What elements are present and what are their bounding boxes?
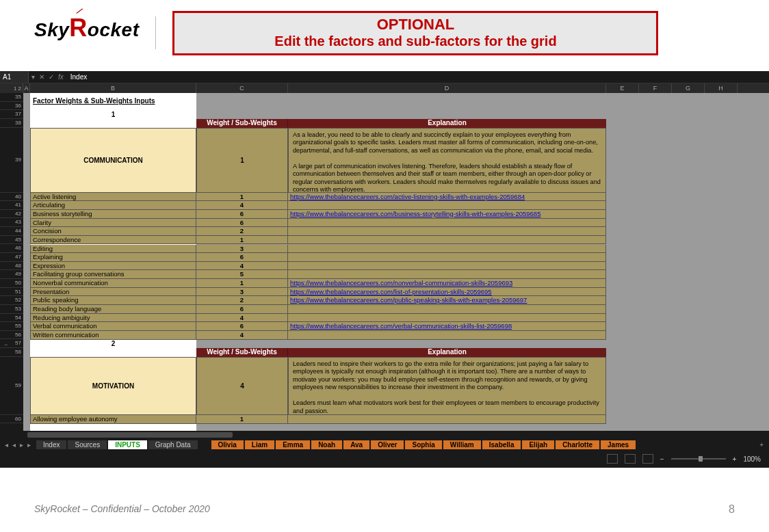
sheet-tab[interactable]: James bbox=[601, 440, 636, 449]
col-header-G[interactable]: G bbox=[672, 83, 705, 93]
outline-collapse-icon[interactable]: − bbox=[4, 341, 11, 347]
table-row[interactable]: Articulating4 bbox=[30, 201, 606, 210]
row-header[interactable]: 35 bbox=[0, 93, 23, 102]
zoom-out-icon[interactable]: − bbox=[660, 455, 664, 463]
factor-name[interactable]: COMMUNICATION bbox=[30, 128, 196, 193]
sheet-tab[interactable]: Graph Data bbox=[148, 440, 198, 449]
row-header[interactable]: 45 bbox=[0, 236, 23, 245]
table-row[interactable]: Active listening1https://www.thebalancec… bbox=[30, 193, 606, 202]
table-row[interactable]: Reducing ambiguity4 bbox=[30, 314, 606, 323]
tab-prev-icon[interactable]: ◂ bbox=[10, 441, 18, 449]
table-row[interactable]: Business storytelling6https://www.thebal… bbox=[30, 210, 606, 219]
col-header-D[interactable]: D bbox=[288, 83, 606, 93]
name-box[interactable]: A1 bbox=[0, 71, 29, 83]
row-header[interactable]: 42 bbox=[0, 210, 23, 219]
table-row[interactable]: Clarity6 bbox=[30, 219, 606, 228]
table-row[interactable]: Verbal communication6https://www.thebala… bbox=[30, 322, 606, 331]
row-header[interactable]: 37 bbox=[0, 110, 23, 119]
col-header-C[interactable]: C bbox=[196, 83, 288, 93]
table-row[interactable]: Facilitating group conversations5 bbox=[30, 270, 606, 279]
fx-cancel-icon[interactable]: ✕ bbox=[39, 73, 44, 81]
table-row[interactable]: Written communication4 bbox=[30, 331, 606, 340]
table-row[interactable]: Nonverbal communication1https://www.theb… bbox=[30, 279, 606, 288]
table-row[interactable]: Expression4 bbox=[30, 262, 606, 271]
zoom-level[interactable]: 100% bbox=[743, 455, 761, 463]
sheet-tab[interactable]: William bbox=[443, 440, 481, 449]
tab-last-icon[interactable]: ▸ bbox=[25, 441, 33, 449]
row-header[interactable]: 51 bbox=[0, 288, 23, 297]
row-header[interactable]: 41 bbox=[0, 201, 23, 210]
tab-next-icon[interactable]: ▸ bbox=[18, 441, 25, 449]
add-sheet-icon[interactable]: + bbox=[754, 441, 769, 449]
table-row[interactable]: Correspondence1 bbox=[30, 236, 606, 245]
view-layout-icon[interactable] bbox=[625, 454, 636, 464]
factor-weight[interactable]: 1 bbox=[196, 128, 288, 193]
fx-dropdown-icon[interactable]: ▾ bbox=[31, 73, 35, 81]
sheet-tab[interactable]: Charlotte bbox=[556, 440, 599, 449]
table-row[interactable]: Presentation3https://www.thebalancecaree… bbox=[30, 288, 606, 297]
col-header-E[interactable]: E bbox=[606, 83, 639, 93]
sheet-tab[interactable]: Olivia bbox=[211, 440, 244, 449]
factor-weight[interactable]: 4 bbox=[196, 357, 288, 415]
sheet-tab[interactable]: Ava bbox=[343, 440, 369, 449]
fx-confirm-icon[interactable]: ✓ bbox=[49, 73, 54, 81]
corner-cell[interactable]: 1 2 bbox=[0, 83, 23, 93]
factor-name[interactable]: MOTIVATION bbox=[30, 357, 196, 415]
formula-bar[interactable]: A1 ▾ ✕ ✓ fx Index bbox=[0, 71, 769, 83]
row-header[interactable]: 47 bbox=[0, 253, 23, 262]
row-header[interactable]: 55 bbox=[0, 322, 23, 331]
fx-icon[interactable]: fx bbox=[58, 73, 64, 81]
table-row[interactable]: Allowing employee autonomy1 bbox=[30, 415, 606, 424]
title-banner: OPTIONAL Edit the factors and sub-factor… bbox=[172, 11, 658, 55]
row-header[interactable]: 38 bbox=[0, 119, 23, 128]
factor-explanation[interactable]: As a leader, you need to be able to clea… bbox=[288, 128, 606, 193]
table-row[interactable]: Public speaking2https://www.thebalanceca… bbox=[30, 296, 606, 305]
table-row[interactable]: Explaining6 bbox=[30, 253, 606, 262]
view-normal-icon[interactable] bbox=[607, 454, 618, 464]
sheet-tab[interactable]: Index bbox=[36, 440, 66, 449]
zoom-in-icon[interactable]: + bbox=[733, 455, 737, 463]
row-header[interactable]: 54 bbox=[0, 314, 23, 323]
row-header[interactable]: 39 bbox=[0, 128, 23, 193]
row-header[interactable]: 49 bbox=[0, 270, 23, 279]
table-row[interactable]: Reading body language6 bbox=[30, 305, 606, 314]
sheet-tab[interactable]: Isabella bbox=[482, 440, 521, 449]
row-header[interactable]: 58 bbox=[0, 348, 23, 357]
sheet-tab[interactable]: Sophia bbox=[405, 440, 441, 449]
view-break-icon[interactable] bbox=[642, 454, 653, 464]
col-header-F[interactable]: F bbox=[639, 83, 672, 93]
row-header[interactable]: 50 bbox=[0, 279, 23, 288]
row-header[interactable]: 40 bbox=[0, 193, 23, 202]
row-header[interactable]: 59 bbox=[0, 357, 23, 415]
col-header-B[interactable]: B bbox=[30, 83, 196, 93]
horizontal-scrollbar[interactable] bbox=[0, 431, 769, 439]
row-header[interactable]: 46 bbox=[0, 244, 23, 253]
spreadsheet-cells[interactable]: Factor Weights & Sub-Weights Inputs 1Wei… bbox=[23, 93, 769, 439]
row-header[interactable]: 53 bbox=[0, 305, 23, 314]
sheet-tab[interactable]: Oliver bbox=[371, 440, 404, 449]
row-header[interactable]: 36 bbox=[0, 102, 23, 111]
table-row[interactable]: Editing3 bbox=[30, 245, 606, 254]
sheet-tab[interactable]: Elijah bbox=[522, 440, 554, 449]
row-header[interactable]: 56 bbox=[0, 331, 23, 340]
tab-nav-arrows[interactable]: ◂ ◂ ▸ ▸ bbox=[0, 441, 36, 449]
zoom-slider[interactable] bbox=[671, 458, 726, 460]
scroll-thumb[interactable] bbox=[27, 432, 233, 438]
row-header[interactable]: 52 bbox=[0, 296, 23, 305]
row-header[interactable]: 48 bbox=[0, 262, 23, 271]
col-header-A[interactable]: A bbox=[23, 83, 30, 93]
sheet-tab[interactable]: INPUTS bbox=[108, 440, 147, 449]
factor-explanation[interactable]: Leaders need to inspire their workers to… bbox=[288, 357, 606, 415]
sheet-tab[interactable]: Liam bbox=[245, 440, 274, 449]
row-header[interactable]: 43 bbox=[0, 218, 23, 227]
tab-first-icon[interactable]: ◂ bbox=[3, 441, 10, 449]
row-header[interactable]: 60 bbox=[0, 415, 23, 424]
row-header[interactable]: 44 bbox=[0, 227, 23, 236]
table-row[interactable]: Concision2 bbox=[30, 227, 606, 236]
page-number: 8 bbox=[729, 503, 735, 516]
sheet-tab[interactable]: Noah bbox=[311, 440, 342, 449]
sheet-tab[interactable]: Emma bbox=[276, 440, 310, 449]
sheet-tab[interactable]: Sources bbox=[68, 440, 107, 449]
formula-input[interactable]: Index bbox=[66, 73, 91, 81]
col-header-H[interactable]: H bbox=[705, 83, 738, 93]
